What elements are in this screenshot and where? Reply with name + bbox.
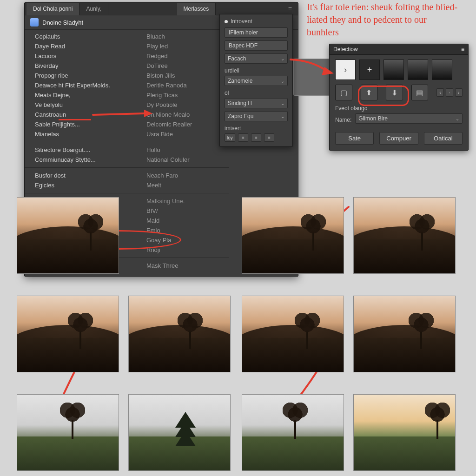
menu-user-name: Dnoine Sladyht bbox=[42, 19, 83, 26]
menu-item[interactable]: Hollo bbox=[136, 145, 229, 155]
menu-item[interactable]: Mask Three bbox=[136, 261, 229, 271]
menu-separator bbox=[136, 193, 229, 193]
menu-item[interactable]: Propogr ribe bbox=[25, 71, 136, 80]
menu-item[interactable]: Rnoji bbox=[136, 245, 229, 255]
menu-item[interactable]: Goay Pla bbox=[136, 235, 229, 245]
menu-item[interactable]: Commiunucay Stytte... bbox=[25, 155, 136, 165]
mini-icon-1[interactable]: ‹ bbox=[436, 88, 444, 97]
menu-col-right: Bluach Play led Redged DoTiree Biston Ji… bbox=[136, 30, 229, 272]
arrow-up-icon[interactable]: ⬆ bbox=[361, 85, 378, 100]
menu-tab-0[interactable]: Dol Chola ponni bbox=[26, 3, 79, 15]
menu-separator bbox=[25, 167, 136, 168]
menu-item[interactable]: National Coluler bbox=[136, 155, 229, 165]
menu-item[interactable]: Ve belyolu bbox=[25, 100, 136, 110]
preset-thumb-3[interactable] bbox=[432, 60, 452, 80]
menu-item[interactable]: Play led bbox=[136, 41, 229, 51]
option-dropdown-1[interactable]: Facach ⌄ bbox=[225, 53, 288, 64]
frame-icon[interactable]: ▢ bbox=[335, 85, 352, 100]
menu-item[interactable]: Egicles bbox=[25, 180, 136, 190]
option-dropdown-3[interactable]: Sinding H ⌄ bbox=[225, 98, 288, 108]
name-value: Glimon Bire bbox=[358, 115, 388, 122]
menu-item[interactable]: Usra Bide bbox=[136, 129, 229, 139]
radio-dot-icon[interactable] bbox=[225, 20, 228, 23]
detection-panel-title: Detectiow bbox=[333, 46, 358, 53]
tutorial-annotation-text: It's flar tole rien: sheuk folting the b… bbox=[307, 1, 460, 39]
menu-item[interactable]: Copiaults bbox=[25, 32, 136, 41]
section-label: imisert bbox=[225, 125, 288, 132]
menu-item[interactable]: Lacuors bbox=[25, 51, 136, 61]
align-center-icon[interactable]: ≡ bbox=[251, 133, 261, 142]
preset-thumb-blank[interactable]: › bbox=[335, 60, 356, 80]
name-label: Name: bbox=[335, 117, 351, 123]
menu-item[interactable]: Meats Dejne, bbox=[25, 90, 136, 100]
menu-item[interactable]: Deawce ht Fist ExperMolds. bbox=[25, 80, 136, 90]
image-thumb[interactable] bbox=[128, 394, 231, 471]
menu-tab-1[interactable]: Aunly, bbox=[79, 3, 108, 15]
detection-panel-header[interactable]: Detectiow ≡ bbox=[330, 44, 468, 55]
menu-item[interactable]: Emio bbox=[136, 225, 229, 235]
image-thumb[interactable] bbox=[353, 394, 456, 471]
preset-thumb-2[interactable] bbox=[408, 60, 428, 80]
menu-item[interactable]: Un.Nione Mealo bbox=[136, 110, 229, 119]
image-thumb[interactable] bbox=[353, 197, 456, 274]
detection-button-row: Sate Compuer Oatical bbox=[330, 127, 468, 145]
menu-item[interactable]: Biston Jills bbox=[136, 71, 229, 80]
image-thumb[interactable] bbox=[17, 394, 119, 471]
menu-item[interactable]: Bluach bbox=[136, 32, 229, 41]
menu-item[interactable]: Delcomic Realler bbox=[136, 119, 229, 129]
detection-panel: Detectiow ≡ › + ▢ ⬆ ⬇ ▤ ‹ · › Fveot olau… bbox=[329, 44, 469, 151]
dropdown-value: Zanomele bbox=[228, 78, 252, 84]
menu-item[interactable]: Malksing Une. bbox=[136, 196, 229, 206]
mini-label: loy bbox=[225, 133, 235, 142]
menu-item[interactable]: Deritle Ranoda bbox=[136, 80, 229, 90]
menu-item[interactable]: Redged bbox=[136, 51, 229, 61]
image-thumb[interactable] bbox=[353, 296, 456, 372]
menu-item[interactable]: Sitrectore Boargut.... bbox=[25, 145, 136, 155]
name-dropdown[interactable]: Glimon Bire ⌄ bbox=[355, 113, 463, 124]
menu-separator bbox=[136, 258, 229, 258]
panel-menu-icon[interactable]: ≡ bbox=[461, 46, 464, 53]
menu-tab-merlasses[interactable]: Merlasses bbox=[177, 3, 216, 15]
menu-item[interactable]: Daye Read bbox=[25, 41, 136, 51]
optical-button[interactable]: Oatical bbox=[424, 132, 463, 145]
menu-item[interactable]: Neach Faro bbox=[136, 171, 229, 180]
image-thumb[interactable] bbox=[128, 296, 231, 372]
menu-separator bbox=[136, 142, 229, 142]
compute-button[interactable]: Compuer bbox=[379, 132, 418, 145]
image-thumb[interactable] bbox=[17, 296, 119, 372]
mini-icon-2[interactable]: · bbox=[446, 88, 453, 97]
menu-item[interactable]: Canstroaun bbox=[25, 110, 136, 119]
menu-separator bbox=[136, 167, 229, 168]
options-popout: Introvent IFliem holer Bapec HDF Facach … bbox=[219, 14, 293, 147]
menu-item[interactable]: Plerig Ticas bbox=[136, 90, 229, 100]
menu-hamburger-icon[interactable]: ≡ bbox=[284, 3, 296, 14]
dropdown-value: Zapro Fqu bbox=[228, 113, 253, 119]
option-dropdown-4[interactable]: Zapro Fqu ⌄ bbox=[225, 111, 288, 121]
image-thumb[interactable] bbox=[242, 296, 344, 372]
menu-item[interactable]: BIV/ bbox=[136, 206, 229, 216]
option-button-1[interactable]: IFliem holer bbox=[225, 27, 288, 38]
menu-item[interactable]: Sable Pnljights... bbox=[25, 119, 136, 129]
arrow-down-icon[interactable]: ⬇ bbox=[386, 85, 403, 100]
align-left-icon[interactable]: ≡ bbox=[238, 133, 248, 142]
chevron-down-icon: ⌄ bbox=[281, 56, 284, 61]
image-thumb[interactable] bbox=[17, 197, 119, 274]
image-thumb[interactable] bbox=[242, 197, 344, 274]
menu-item[interactable]: Mald bbox=[136, 216, 229, 225]
dropdown-value: Facach bbox=[228, 55, 246, 62]
image-thumb[interactable] bbox=[242, 394, 344, 471]
option-button-2[interactable]: Bapec HDF bbox=[225, 40, 288, 51]
save-button[interactable]: Sate bbox=[335, 132, 374, 145]
mini-icon-3[interactable]: › bbox=[455, 88, 463, 97]
option-dropdown-2[interactable]: Zanomele ⌄ bbox=[225, 76, 288, 86]
menu-item[interactable]: Meelt bbox=[136, 180, 229, 190]
preset-thumb-1[interactable] bbox=[383, 60, 404, 80]
menu-item[interactable]: DoTiree bbox=[136, 61, 229, 71]
menu-item[interactable]: Busfor dost bbox=[25, 171, 136, 180]
align-right-icon[interactable]: ≡ bbox=[264, 133, 274, 142]
list-icon[interactable]: ▤ bbox=[411, 85, 429, 100]
menu-item[interactable]: Dy Pootiole bbox=[136, 100, 229, 110]
preset-thumb-add[interactable]: + bbox=[359, 60, 380, 80]
menu-item[interactable]: Biverday bbox=[25, 61, 136, 71]
menu-item[interactable]: Mianelas bbox=[25, 129, 136, 139]
